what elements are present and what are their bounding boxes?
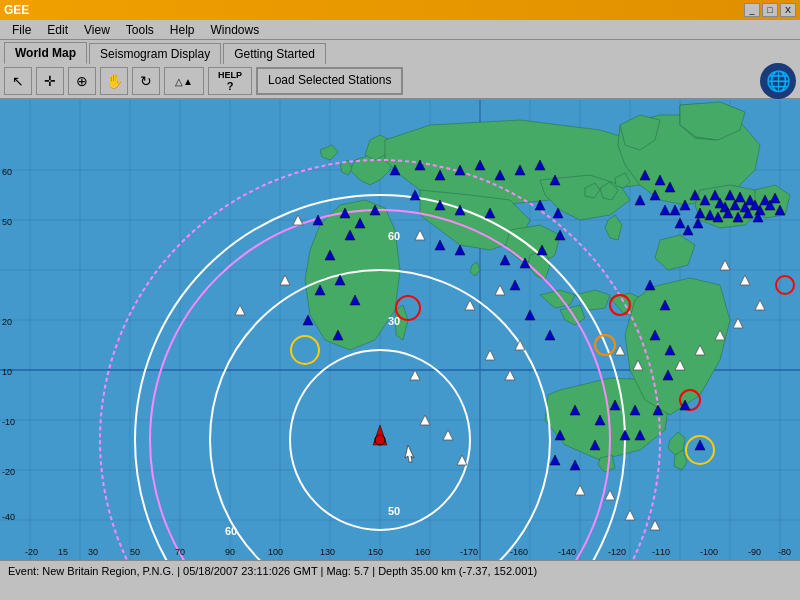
close-button[interactable]: X [780, 3, 796, 17]
svg-text:-10: -10 [2, 417, 15, 427]
svg-text:10: 10 [2, 367, 12, 377]
svg-text:-80: -80 [778, 547, 791, 557]
menu-edit[interactable]: Edit [39, 21, 76, 39]
pointer-tool[interactable]: ↖ [4, 67, 32, 95]
minimize-button[interactable]: _ [744, 3, 760, 17]
globe-icon: 🌐 [760, 63, 796, 99]
status-text: Event: New Britain Region, P.N.G. | 05/1… [8, 565, 537, 577]
menu-windows[interactable]: Windows [203, 21, 268, 39]
svg-text:-100: -100 [700, 547, 718, 557]
svg-text:30: 30 [88, 547, 98, 557]
svg-point-76 [375, 435, 385, 445]
crosshair-tool[interactable]: ✛ [36, 67, 64, 95]
map-svg: 60 30 50 60 [0, 100, 800, 560]
svg-text:-40: -40 [2, 512, 15, 522]
svg-text:90: 90 [225, 547, 235, 557]
titlebar: GEE _ □ X [0, 0, 800, 20]
world-map[interactable]: 60 30 50 60 [0, 100, 800, 560]
svg-text:60: 60 [225, 525, 237, 537]
toolbar: ↖ ✛ ⊕ ✋ ↻ △▲ HELP ? Load Selected Statio… [0, 64, 800, 100]
svg-text:-20: -20 [25, 547, 38, 557]
tab-getting-started[interactable]: Getting Started [223, 43, 326, 64]
menubar: File Edit View Tools Help Windows [0, 20, 800, 40]
svg-text:50: 50 [388, 505, 400, 517]
svg-text:130: 130 [320, 547, 335, 557]
svg-text:50: 50 [130, 547, 140, 557]
svg-text:-20: -20 [2, 467, 15, 477]
pan-tool[interactable]: ✋ [100, 67, 128, 95]
svg-text:160: 160 [415, 547, 430, 557]
svg-text:-110: -110 [652, 547, 670, 557]
svg-text:-170: -170 [460, 547, 478, 557]
zoom-tool[interactable]: ⊕ [68, 67, 96, 95]
load-selected-stations-button[interactable]: Load Selected Stations [256, 67, 403, 95]
tab-seismogram[interactable]: Seismogram Display [89, 43, 221, 64]
statusbar: Event: New Britain Region, P.N.G. | 05/1… [0, 560, 800, 580]
svg-text:-160: -160 [510, 547, 528, 557]
maximize-button[interactable]: □ [762, 3, 778, 17]
menu-help[interactable]: Help [162, 21, 203, 39]
svg-text:-90: -90 [748, 547, 761, 557]
menu-file[interactable]: File [4, 21, 39, 39]
menu-view[interactable]: View [76, 21, 118, 39]
svg-text:20: 20 [2, 317, 12, 327]
menu-tools[interactable]: Tools [118, 21, 162, 39]
svg-text:60: 60 [388, 230, 400, 242]
window-controls: _ □ X [744, 3, 796, 17]
svg-text:60: 60 [2, 167, 12, 177]
tabbar: World Map Seismogram Display Getting Sta… [0, 40, 800, 64]
svg-text:15: 15 [58, 547, 68, 557]
svg-text:-140: -140 [558, 547, 576, 557]
svg-text:70: 70 [175, 547, 185, 557]
help-tool[interactable]: HELP ? [208, 67, 252, 95]
app-title: GEE [4, 3, 29, 17]
svg-text:30: 30 [388, 315, 400, 327]
svg-text:50: 50 [2, 217, 12, 227]
triangle-tool[interactable]: △▲ [164, 67, 204, 95]
svg-text:150: 150 [368, 547, 383, 557]
tab-world-map[interactable]: World Map [4, 42, 87, 64]
svg-text:-120: -120 [608, 547, 626, 557]
refresh-tool[interactable]: ↻ [132, 67, 160, 95]
svg-text:100: 100 [268, 547, 283, 557]
